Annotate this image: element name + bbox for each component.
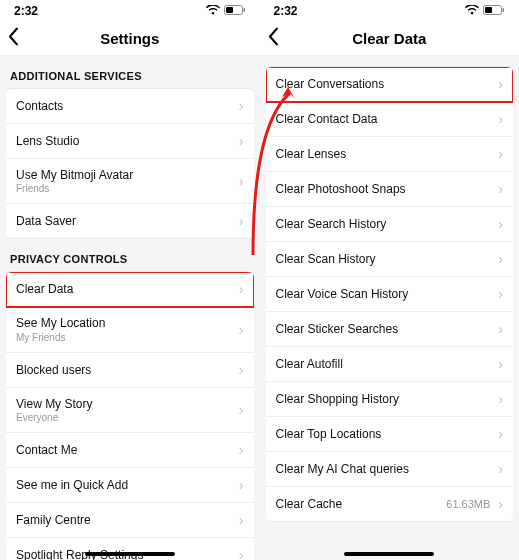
- chevron-right-icon: ›: [498, 321, 503, 337]
- label-clear-shopping: Clear Shopping History: [276, 392, 399, 406]
- chevron-right-icon: ›: [498, 461, 503, 477]
- label-clear-search: Clear Search History: [276, 217, 387, 231]
- list-clear-data: Clear Conversations › Clear Contact Data…: [266, 66, 514, 522]
- label-clear-lenses: Clear Lenses: [276, 147, 347, 161]
- status-time: 2:32: [274, 4, 298, 18]
- chevron-right-icon: ›: [239, 442, 244, 458]
- status-right: [465, 4, 505, 18]
- label-data-saver: Data Saver: [16, 214, 76, 228]
- page-title: Clear Data: [352, 30, 426, 47]
- clear-data-content: Clear Conversations › Clear Contact Data…: [260, 56, 520, 560]
- row-see-my-location[interactable]: See My Location My Friends ›: [6, 307, 254, 352]
- chevron-right-icon: ›: [239, 547, 244, 560]
- section-privacy-controls: PRIVACY CONTROLS: [0, 239, 260, 271]
- chevron-right-icon: ›: [498, 496, 503, 512]
- settings-screen: 2:32 Settings ADDITIONAL SERVICES Contac…: [0, 0, 260, 560]
- sub-see-location: My Friends: [16, 332, 105, 343]
- label-clear-toploc: Clear Top Locations: [276, 427, 382, 441]
- chevron-left-icon: [8, 27, 19, 45]
- row-data-saver[interactable]: Data Saver ›: [6, 204, 254, 238]
- back-button[interactable]: [268, 27, 279, 50]
- chevron-left-icon: [268, 27, 279, 45]
- svg-rect-5: [503, 8, 505, 12]
- row-quick-add[interactable]: See me in Quick Add ›: [6, 468, 254, 503]
- home-indicator: [85, 552, 175, 556]
- row-clear-shopping[interactable]: Clear Shopping History ›: [266, 382, 514, 417]
- status-time: 2:32: [14, 4, 38, 18]
- row-blocked-users[interactable]: Blocked users ›: [6, 353, 254, 388]
- row-clear-autofill[interactable]: Clear Autofill ›: [266, 347, 514, 382]
- chevron-right-icon: ›: [239, 173, 244, 189]
- row-clear-voice-scan[interactable]: Clear Voice Scan History ›: [266, 277, 514, 312]
- chevron-right-icon: ›: [239, 281, 244, 297]
- chevron-right-icon: ›: [239, 322, 244, 338]
- row-clear-sticker[interactable]: Clear Sticker Searches ›: [266, 312, 514, 347]
- label-see-location: See My Location: [16, 316, 105, 330]
- section-additional-services: ADDITIONAL SERVICES: [0, 56, 260, 88]
- svg-rect-1: [226, 7, 233, 13]
- row-contact-me[interactable]: Contact Me ›: [6, 433, 254, 468]
- chevron-right-icon: ›: [498, 76, 503, 92]
- wifi-icon: [465, 4, 479, 18]
- row-clear-search[interactable]: Clear Search History ›: [266, 207, 514, 242]
- svg-rect-4: [485, 7, 492, 13]
- label-family: Family Centre: [16, 513, 91, 527]
- back-button[interactable]: [8, 27, 19, 50]
- label-clear-aichat: Clear My AI Chat queries: [276, 462, 409, 476]
- chevron-right-icon: ›: [498, 426, 503, 442]
- chevron-right-icon: ›: [498, 356, 503, 372]
- chevron-right-icon: ›: [498, 111, 503, 127]
- chevron-right-icon: ›: [239, 362, 244, 378]
- row-bitmoji-avatar[interactable]: Use My Bitmoji Avatar Friends ›: [6, 159, 254, 204]
- chevron-right-icon: ›: [498, 216, 503, 232]
- sub-bitmoji: Friends: [16, 183, 133, 194]
- battery-icon: [483, 4, 505, 18]
- chevron-right-icon: ›: [239, 133, 244, 149]
- sub-view-story: Everyone: [16, 412, 92, 423]
- label-blocked: Blocked users: [16, 363, 91, 377]
- battery-icon: [224, 4, 246, 18]
- label-clear-conversations: Clear Conversations: [276, 77, 385, 91]
- row-clear-ai-chat[interactable]: Clear My AI Chat queries ›: [266, 452, 514, 487]
- row-clear-top-locations[interactable]: Clear Top Locations ›: [266, 417, 514, 452]
- row-clear-cache[interactable]: Clear Cache 61.63MB ›: [266, 487, 514, 521]
- chevron-right-icon: ›: [498, 181, 503, 197]
- cache-size-value: 61.63MB: [446, 498, 490, 510]
- row-clear-conversations[interactable]: Clear Conversations ›: [266, 67, 514, 102]
- row-spotlight-reply[interactable]: Spotlight Reply Settings ›: [6, 538, 254, 560]
- row-view-my-story[interactable]: View My Story Everyone ›: [6, 388, 254, 433]
- page-title: Settings: [100, 30, 159, 47]
- row-clear-contact-data[interactable]: Clear Contact Data ›: [266, 102, 514, 137]
- chevron-right-icon: ›: [239, 477, 244, 493]
- row-clear-photoshoot[interactable]: Clear Photoshoot Snaps ›: [266, 172, 514, 207]
- label-clear-cache: Clear Cache: [276, 497, 343, 511]
- chevron-right-icon: ›: [498, 286, 503, 302]
- row-contacts[interactable]: Contacts ›: [6, 89, 254, 124]
- home-indicator: [344, 552, 434, 556]
- row-clear-data[interactable]: Clear Data ›: [6, 272, 254, 307]
- nav-bar: Settings: [0, 22, 260, 56]
- label-quick-add: See me in Quick Add: [16, 478, 128, 492]
- label-contacts: Contacts: [16, 99, 63, 113]
- label-clear-scan: Clear Scan History: [276, 252, 376, 266]
- status-right: [206, 4, 246, 18]
- chevron-right-icon: ›: [498, 251, 503, 267]
- label-clear-voice: Clear Voice Scan History: [276, 287, 409, 301]
- nav-bar: Clear Data: [260, 22, 520, 56]
- label-lens-studio: Lens Studio: [16, 134, 79, 148]
- row-clear-lenses[interactable]: Clear Lenses ›: [266, 137, 514, 172]
- label-contact-me: Contact Me: [16, 443, 77, 457]
- chevron-right-icon: ›: [498, 391, 503, 407]
- chevron-right-icon: ›: [239, 98, 244, 114]
- row-lens-studio[interactable]: Lens Studio ›: [6, 124, 254, 159]
- list-additional-services: Contacts › Lens Studio › Use My Bitmoji …: [6, 88, 254, 239]
- label-view-story: View My Story: [16, 397, 92, 411]
- row-family-centre[interactable]: Family Centre ›: [6, 503, 254, 538]
- label-clear-autofill: Clear Autofill: [276, 357, 343, 371]
- chevron-right-icon: ›: [239, 213, 244, 229]
- row-clear-scan[interactable]: Clear Scan History ›: [266, 242, 514, 277]
- svg-rect-2: [243, 8, 245, 12]
- clear-data-screen: 2:32 Clear Data Clear Conversations › Cl…: [260, 0, 520, 560]
- label-bitmoji: Use My Bitmoji Avatar: [16, 168, 133, 182]
- settings-content: ADDITIONAL SERVICES Contacts › Lens Stud…: [0, 56, 260, 560]
